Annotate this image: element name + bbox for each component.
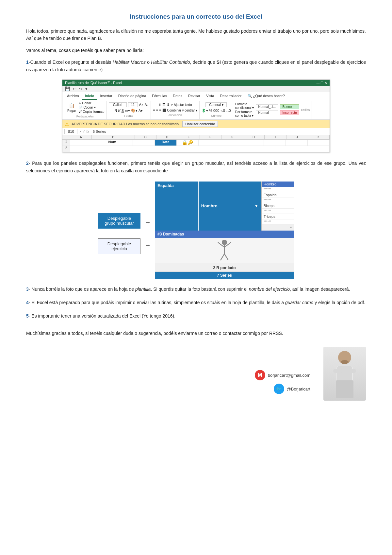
col-header-c[interactable]: C [135, 135, 156, 139]
tab-vista[interactable]: Vista [204, 93, 217, 100]
cell-e1[interactable]: 🔒🔑 [177, 140, 199, 146]
format-as-table-button[interactable]: Dar formatocomo tabla ▾ [235, 110, 254, 117]
cell-a2[interactable] [70, 146, 330, 152]
cell-h1[interactable] [242, 140, 264, 146]
ribbon-group-number: General ▾ 💲▾ % 000 ↑.0 ↓.0 Número [200, 101, 233, 119]
cell-g1[interactable] [220, 140, 242, 146]
bueno-style[interactable]: Bueno [280, 104, 299, 109]
svg-line-5 [224, 254, 228, 260]
dropdown-item-espalda[interactable]: Espalda [262, 192, 294, 198]
fill-color-button[interactable]: 🎨▾ [131, 109, 138, 113]
tab-datos[interactable]: Datos [170, 93, 185, 100]
merge-button[interactable]: ⬛ Combinar y centrar ▾ [162, 109, 198, 112]
col-header-j[interactable]: J [286, 135, 308, 139]
align-middle-button[interactable]: ☰ [162, 103, 166, 107]
align-bottom-button[interactable]: ⬇ [167, 103, 170, 107]
cut-button[interactable]: ✂ Cortar [79, 101, 105, 105]
col-header-b[interactable]: B [92, 135, 135, 139]
paste-button[interactable]: 📋 Pegar [66, 102, 78, 113]
svg-point-7 [341, 360, 349, 364]
underline-button[interactable]: S [122, 109, 124, 113]
tab-desarrollador[interactable]: Desarrollador [218, 93, 244, 100]
cell-b1[interactable]: Nom [92, 140, 133, 146]
person-photo [323, 347, 366, 401]
enable-content-button[interactable]: Habilitar contenido [182, 121, 218, 127]
col-header-f[interactable]: F [200, 135, 221, 139]
section-1: 1-Cuando el Excel os pregunte si deseáis… [26, 59, 366, 74]
paste-icon: 📋 [69, 103, 74, 109]
dropdown-item-dots3: ****** [262, 209, 294, 214]
border-button[interactable]: ▭▾ [125, 109, 130, 113]
format-copy-button[interactable]: 🖌 Copiar formato [79, 110, 105, 113]
formula-input[interactable]: 5 Series [91, 129, 328, 134]
col-header-h[interactable]: H [243, 135, 265, 139]
copy-button[interactable]: 📄 Copiar ▾ [79, 106, 105, 109]
col-header-a[interactable]: A [70, 135, 92, 139]
section-3-italic1: plantilla [135, 286, 151, 292]
align-top-button[interactable]: ⬆ [158, 103, 161, 107]
col-header-i[interactable]: I [265, 135, 286, 139]
paste-label: Pegar [67, 109, 76, 113]
cell-reference[interactable]: B10 [64, 129, 77, 134]
tab-archivo[interactable]: Archivo [64, 93, 82, 100]
align-center-button[interactable]: ≡ [156, 108, 158, 112]
percent-button[interactable]: % [209, 109, 212, 113]
tab-formulas[interactable]: Fórmulas [149, 93, 170, 100]
ribbon-group-alignment: ⬆ ☰ ⬇ ↵ Ajustar texto ≡ ≡ ≡ ⬛ Combinar y… [151, 101, 200, 119]
dropdown-item-dots1: ****** [262, 187, 294, 192]
font-shrink-icon[interactable]: A↓ [144, 103, 149, 107]
currency-button[interactable]: 💲▾ [202, 109, 208, 113]
dropdown-item-triceps[interactable]: Triceps [262, 214, 294, 219]
col-header-d[interactable]: D [156, 135, 178, 139]
section-2-text: - Para que los paneles desplegables func… [26, 161, 366, 173]
col-header-g[interactable]: G [221, 135, 243, 139]
svg-rect-11 [347, 369, 356, 373]
bold-button[interactable]: N [114, 109, 117, 113]
decimal-inc-button[interactable]: ↑.0 [220, 109, 225, 113]
align-right-button[interactable]: ≡ [159, 108, 161, 112]
dropdown-item-biceps[interactable]: Biceps [262, 203, 294, 209]
number-format-selector[interactable]: General ▾ [205, 102, 227, 107]
font-color-button[interactable]: A▾ [139, 109, 143, 113]
section-4: 4- El Excel está preparado para que podá… [26, 299, 366, 306]
tab-diseno[interactable]: Diseño de página [116, 93, 149, 100]
save-icon[interactable]: 💾 [64, 86, 71, 91]
incorrecto-style[interactable]: Incorrecto [280, 110, 299, 115]
font-size-selector[interactable]: 11 [128, 102, 138, 107]
italic-button[interactable]: K [118, 109, 120, 113]
align-left-button[interactable]: ≡ [153, 108, 155, 112]
tab-revisar[interactable]: Revisar [186, 93, 203, 100]
customize-icon[interactable]: ▾ [85, 86, 88, 91]
col-header-e[interactable]: E [178, 135, 200, 139]
font-family-selector[interactable]: Calibri [109, 102, 127, 107]
row-num-1: 1 [62, 140, 70, 146]
cell-a1[interactable] [70, 140, 92, 146]
font-grow-icon[interactable]: A↑ [139, 103, 143, 107]
cell-i1[interactable] [264, 140, 286, 146]
wrap-text-button[interactable]: ↵ Ajustar texto [171, 103, 192, 107]
cell-d1[interactable]: Data [155, 140, 177, 146]
email-icon: M [255, 370, 265, 380]
normal-li-style[interactable]: Normal_Li... [256, 104, 278, 109]
contact-info: M borjaricart@gmail.com 🐦 @Borjaricart [255, 370, 310, 394]
dropdown-item-hombro[interactable]: Hombro [262, 182, 294, 187]
tab-insertar[interactable]: Insertar [97, 93, 115, 100]
col-header-k[interactable]: K [308, 135, 330, 139]
tab-search[interactable]: 🔍 ¿Qué desea hacer? [245, 93, 287, 100]
tab-inicio[interactable]: Inicio [82, 93, 97, 100]
closing-text: Muchísimas gracias a todos, si tenéis cu… [26, 330, 366, 337]
twitter-handle: @Borjaricart [287, 387, 310, 391]
cell-j1[interactable] [286, 140, 308, 146]
decimal-dec-button[interactable]: ↓.0 [226, 109, 231, 113]
normal-style[interactable]: Normal [256, 110, 278, 115]
comma-button[interactable]: 000 [213, 109, 219, 113]
ribbon-body: 📋 Pegar ✂ Cortar 📄 Copiar ▾ 🖌 Copiar for… [62, 100, 330, 120]
quick-access-toolbar: 💾 ↩ ↪ ▾ [62, 86, 330, 92]
cell-k1[interactable] [308, 140, 330, 146]
undo-icon[interactable]: ↩ [72, 86, 77, 91]
cell-f1[interactable] [199, 140, 220, 146]
conditional-format-button[interactable]: Formatocondicional ▾ [235, 102, 254, 110]
exercise-name: #3 Dominadas [155, 231, 294, 238]
redo-icon[interactable]: ↪ [78, 86, 83, 91]
cell-c1[interactable] [133, 140, 155, 146]
